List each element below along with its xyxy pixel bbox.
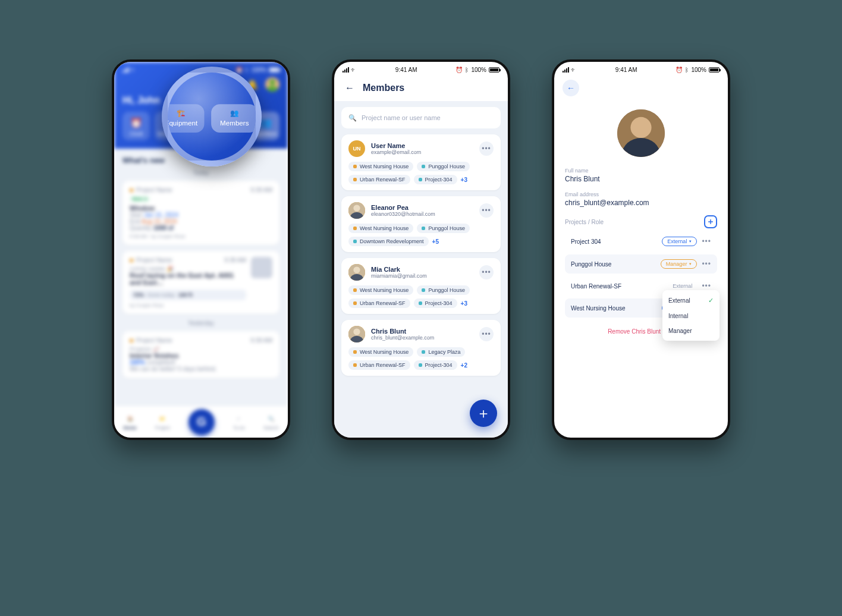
project-tag[interactable]: Project-304 xyxy=(414,298,457,308)
dropdown-option[interactable]: Manager xyxy=(662,323,720,338)
search-icon: 🔍 xyxy=(266,413,277,424)
project-icon: 📁 xyxy=(157,413,168,424)
role-selector[interactable]: Manager ▾ xyxy=(661,259,698,269)
dropdown-option[interactable]: External✓ xyxy=(662,293,720,309)
member-name: Eleanor Pea xyxy=(371,204,435,211)
project-tag[interactable]: Downtown Redevelopment xyxy=(348,237,429,246)
chevron-down-icon: ▾ xyxy=(689,262,692,266)
member-more-button[interactable]: ••• xyxy=(479,142,494,156)
members-list: UN User Name example@email.com ••• West … xyxy=(341,134,501,376)
full-name-label: Full name xyxy=(565,168,717,174)
back-button[interactable]: ← xyxy=(343,81,357,95)
svg-point-0 xyxy=(269,80,275,86)
project-role-row: Project 304 External ▾ ••• xyxy=(565,232,717,251)
wifi-icon: ᯤ xyxy=(351,67,357,73)
search-input[interactable]: 🔍 Project name or user name xyxy=(341,107,501,128)
nav-project[interactable]: 📁Project xyxy=(155,413,170,430)
alarm-icon: ⏰ xyxy=(235,67,243,73)
project-name: Punggol House xyxy=(571,261,611,268)
todo-icon: ✓ xyxy=(234,413,244,424)
status-bar: ᯤ 9:41 AM ⏰ᛒ100% xyxy=(334,62,508,77)
project-tag[interactable]: Punggol House xyxy=(417,285,470,295)
alarm-icon: ⏰ xyxy=(455,67,463,73)
search-icon: 🔍 xyxy=(348,114,357,122)
svg-point-1 xyxy=(266,86,278,92)
member-avatar xyxy=(617,109,665,157)
bluetooth-icon: ᛒ xyxy=(685,67,689,73)
bottom-nav: 🏠Home 📁Project G ✓To-do 🔍Search xyxy=(114,406,288,438)
member-email: miamiamia@gmail.com xyxy=(371,273,427,279)
project-name: West Nursing House xyxy=(571,305,626,312)
email-value: chris_blunt@example.com xyxy=(565,199,717,207)
more-tags-count[interactable]: +2 xyxy=(461,362,467,369)
project-tag[interactable]: Project-304 xyxy=(414,175,457,184)
project-tag[interactable]: West Nursing House xyxy=(348,162,413,171)
bluetooth-icon: ᛒ xyxy=(465,67,469,73)
svg-point-12 xyxy=(630,117,651,138)
member-more-button[interactable]: ••• xyxy=(479,327,494,341)
row-more-button[interactable]: ••• xyxy=(702,260,711,268)
nav-todo[interactable]: ✓To-do xyxy=(233,413,245,430)
search-placeholder: Project name or user name xyxy=(362,114,441,121)
more-tags-count[interactable]: +5 xyxy=(432,238,439,245)
more-tags-count[interactable]: +3 xyxy=(461,177,467,183)
projects-role-label: Projects / Role xyxy=(565,219,604,225)
email-label: Email address xyxy=(565,191,717,197)
nav-search[interactable]: 🔍Search xyxy=(263,413,278,430)
project-tag[interactable]: Legacy Plaza xyxy=(417,347,465,357)
dropdown-option[interactable]: Internal xyxy=(662,309,720,323)
project-tag[interactable]: Punggol House xyxy=(417,162,470,171)
member-avatar: UN xyxy=(348,140,365,157)
project-tag[interactable]: West Nursing House xyxy=(348,285,413,295)
svg-point-6 xyxy=(353,266,360,273)
chip-clock[interactable]: ⏰Clock xyxy=(122,112,150,140)
project-name: Project 304 xyxy=(571,238,601,245)
member-card[interactable]: Eleanor Pea eleanor0320@hotmail.com ••• … xyxy=(341,196,501,252)
project-role-row: Punggol House Manager ▾ ••• xyxy=(565,254,717,274)
member-avatar xyxy=(348,202,365,219)
project-name: Urban Renewal-SF xyxy=(571,283,621,290)
member-more-button[interactable]: ••• xyxy=(479,265,494,279)
project-tag[interactable]: Project-304 xyxy=(414,360,457,370)
member-avatar xyxy=(348,326,365,342)
member-detail-screen: ᯤ 9:41 AM ⏰ᛒ100% ← Full name Chris Blunt… xyxy=(552,59,730,440)
add-member-fab[interactable]: ＋ xyxy=(470,400,497,427)
nav-center-button[interactable]: G xyxy=(188,409,215,435)
project-tag[interactable]: Punggol House xyxy=(417,224,470,233)
zoom-overlay: 🏗️Equipment 👥Members xyxy=(162,67,262,166)
row-more-button[interactable]: ••• xyxy=(702,237,711,246)
member-card[interactable]: Chris Blunt chris_blunt@example.com ••• … xyxy=(341,320,501,376)
new-badge: New ● xyxy=(130,196,150,202)
more-tags-count[interactable]: +3 xyxy=(461,300,467,307)
clock-icon: ⏰ xyxy=(130,117,142,128)
members-screen: ᯤ 9:41 AM ⏰ᛒ100% ← Members 🔍 Project nam… xyxy=(332,59,510,440)
member-card[interactable]: UN User Name example@email.com ••• West … xyxy=(341,134,501,190)
check-icon: ✓ xyxy=(708,297,714,304)
member-email: example@email.com xyxy=(371,149,421,155)
back-button[interactable]: ← xyxy=(563,80,579,96)
row-more-button[interactable]: ••• xyxy=(702,282,711,290)
member-name: User Name xyxy=(371,142,421,149)
role-selector[interactable]: External ▾ xyxy=(662,237,697,246)
wifi-icon: ᯤ xyxy=(131,67,137,73)
feed-card[interactable]: Project Name9:38 AM Progress 📈 Interior … xyxy=(122,331,279,378)
member-card[interactable]: Mia Clark miamiamia@gmail.com ••• West N… xyxy=(341,258,501,314)
project-tag[interactable]: Urban Renewal-SF xyxy=(348,360,410,370)
add-project-button[interactable]: ＋ xyxy=(704,215,717,228)
svg-point-3 xyxy=(353,205,360,211)
member-email: eleanor0320@hotmail.com xyxy=(371,211,435,217)
project-tag[interactable]: West Nursing House xyxy=(348,224,413,233)
feed-card[interactable]: Project Name9:38 AM Activity Update 🎉 Ro… xyxy=(122,251,279,314)
zoom-chip-members: 👥Members xyxy=(211,104,257,133)
project-tag[interactable]: West Nursing House xyxy=(348,347,413,357)
avatar[interactable] xyxy=(265,77,279,92)
project-tag[interactable]: Urban Renewal-SF xyxy=(348,298,410,308)
role-selector[interactable]: External xyxy=(668,282,697,290)
wifi-icon: ᯤ xyxy=(571,67,577,73)
project-tag[interactable]: Urban Renewal-SF xyxy=(348,175,410,184)
nav-home[interactable]: 🏠Home xyxy=(124,413,137,430)
page-title: Members xyxy=(363,83,404,93)
member-avatar xyxy=(348,264,365,281)
feed-card[interactable]: Project Name9:38 AM New ● Window Start J… xyxy=(122,181,279,245)
member-more-button[interactable]: ••• xyxy=(479,203,494,218)
